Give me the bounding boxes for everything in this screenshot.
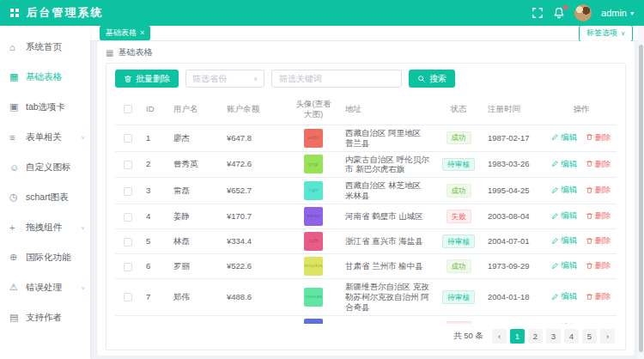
avatar-image[interactable]: memas [304,288,323,307]
chevron-down-icon: ∨ [81,224,85,229]
cell-id: 2 [141,151,168,178]
avatar-image[interactable]: ecbx [304,129,323,148]
avatar-image[interactable]: sfewp [304,207,323,226]
delete-trash-icon [586,133,593,141]
delete-button[interactable]: 删除 [586,260,611,271]
delete-button[interactable]: 删除 [586,235,611,246]
warning-icon: ⚠ [9,282,22,293]
cell-id: 4 [141,204,168,229]
row-checkbox[interactable] [124,161,132,169]
sidebar-item-i18n[interactable]: ⊕ 国际化功能 [0,242,90,272]
page-button-3[interactable]: 3 [546,329,561,344]
column-header: 操作 [546,94,617,125]
user-menu[interactable]: admin ▾ [601,8,634,18]
table-panel: 批量删除 筛选省份 ∨ 搜索 [106,63,626,350]
cell-username: 雷磊 [168,178,222,204]
sidebar-item-error[interactable]: ⚠ 错误处理 ∨ [0,272,90,302]
edit-pencil-icon [551,293,559,301]
province-select[interactable]: 筛选省份 ∨ [185,70,264,88]
search-button[interactable]: 搜索 [409,70,455,88]
table-icon: ▦ [9,71,22,82]
edit-button[interactable]: 编辑 [551,235,577,246]
next-page-button[interactable]: › [600,329,615,344]
row-checkbox[interactable] [124,263,132,271]
home-icon: ⌂ [9,42,22,52]
table-row: 4 姜静 ¥170.7 sfewp 河南省 鹤壁市 山城区 失败 2003-08… [115,204,617,229]
edit-button[interactable]: 编辑 [551,210,577,221]
status-badge: 失败 [447,210,471,223]
scrollbar-thumb[interactable] [639,45,643,352]
row-checkbox[interactable] [124,187,132,196]
status-badge: 成功 [447,259,471,273]
delete-button[interactable]: 删除 [586,291,611,301]
main-content: 基础表格 × 标签选项 ∨ ▦ 基础表格 批量删除 筛选省份 ∨ [90,26,644,359]
sidebar-item-donate[interactable]: ▤ 支持作者 [0,302,90,332]
status-badge: 待审核 [442,234,475,248]
row-checkbox[interactable] [124,238,132,246]
sidebar-item-drag[interactable]: + 拖拽组件 ∨ [0,212,90,242]
edit-button[interactable]: 编辑 [551,291,577,301]
page-button-1[interactable]: 1 [510,329,525,344]
bell-icon[interactable] [553,7,565,19]
edit-button[interactable]: 编辑 [551,159,577,169]
cell-register-date: 1995-04-25 [483,178,546,204]
keyword-input[interactable] [271,70,402,88]
chevron-down-icon: ∨ [81,284,85,289]
row-checkbox[interactable] [124,213,132,222]
sidebar-item-table[interactable]: ▦ 基础表格 [0,62,90,92]
delete-button[interactable]: 删除 [586,185,611,195]
column-header: 注册时间 [483,94,546,125]
total-count: 共 50 条 [453,331,483,342]
cell-id: 7 [141,279,168,316]
sidebar-item-icon[interactable]: ☺ 自定义图标 [0,152,90,182]
cell-username: 曾秀英 [168,151,222,178]
cell-username: 林磊 [168,229,222,254]
cell-id: 5 [141,229,168,254]
form-icon: ≡ [9,132,22,143]
fullscreen-icon[interactable] [532,7,544,19]
delete-button[interactable]: 删除 [586,210,611,221]
sidebar-item-form[interactable]: ≡ 表单相关 ∨ [0,122,90,152]
cell-address: 甘肃省 兰州市 榆中县 [340,254,434,279]
select-all-checkbox[interactable] [124,105,132,113]
avatar-image[interactable]: gngr [304,155,323,173]
cell-balance: ¥647.8 [222,125,287,151]
cell-address: 内蒙古自治区 呼伦贝尔市 新巴尔虎右旗 [340,151,434,178]
chart-clock-icon: ◷ [9,192,22,203]
column-header: 状态 [434,94,483,125]
edit-button[interactable]: 编辑 [551,132,577,143]
scrollbar[interactable] [638,26,644,359]
sidebar-item-schart[interactable]: ◷ schart图表 [0,182,90,212]
close-icon[interactable]: × [140,29,144,37]
delete-button[interactable]: 删除 [586,159,611,169]
cell-register-date: 2004-01-18 [483,279,546,316]
batch-delete-button[interactable]: 批量删除 [115,70,179,88]
edit-button[interactable]: 编辑 [551,260,577,271]
row-checkbox[interactable] [124,134,132,143]
breadcrumb: ▦ 基础表格 [97,41,635,63]
delete-trash-icon [586,262,593,270]
sidebar-item-tabs[interactable]: ▣ tab选项卡 [0,92,90,122]
sidebar-item-home[interactable]: ⌂ 系统首页 [0,32,90,62]
cell-id: 1 [141,125,168,151]
tag-options-button[interactable]: 标签选项 ∨ [579,25,633,42]
logo-grid-icon [10,9,19,17]
avatar-image[interactable]: cgfb [304,232,323,251]
edit-button[interactable]: 编辑 [551,185,577,195]
cell-balance: ¥522.6 [222,254,287,279]
avatar-image[interactable]: ngol [304,181,323,200]
smile-icon: ☺ [9,162,22,173]
prev-page-button[interactable]: ‹ [492,329,507,344]
table-row: 6 罗丽 ¥522.6 emydos 甘肃省 兰州市 榆中县 成功 1973-0… [115,254,617,279]
edit-pencil-icon [551,133,559,141]
delete-button[interactable]: 删除 [586,132,611,143]
page-button-4[interactable]: 4 [564,329,579,344]
page-button-5[interactable]: 5 [582,329,597,344]
table-row: 8 丁静 ¥407.5 rrtwbede 山西省 太原市 迎泽区 失败 1991… [115,315,617,324]
page-button-2[interactable]: 2 [528,329,543,344]
tab-basic-table[interactable]: 基础表格 × [100,26,150,40]
avatar[interactable] [574,4,592,21]
chevron-down-icon: ∨ [253,76,258,82]
row-checkbox[interactable] [124,293,132,301]
avatar-image[interactable]: emydos [304,257,323,276]
